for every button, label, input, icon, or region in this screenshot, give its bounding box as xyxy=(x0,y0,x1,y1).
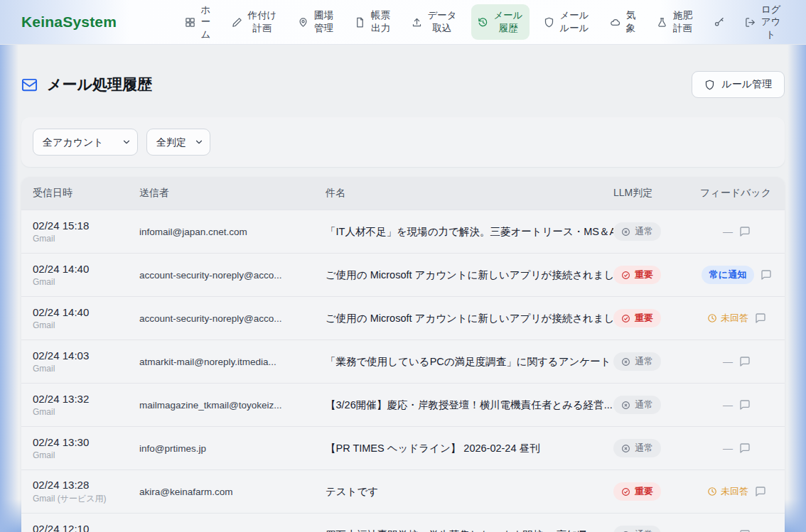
comment-button[interactable] xyxy=(761,269,772,281)
feedback-none: — xyxy=(723,226,733,237)
page-title-text: メール処理履歴 xyxy=(47,75,152,94)
feedback-none: — xyxy=(723,399,733,411)
feedback-none: — xyxy=(723,529,733,532)
comment-icon xyxy=(755,313,766,324)
comment-button[interactable] xyxy=(739,399,751,411)
check-circle-icon xyxy=(621,487,630,496)
llm-judgment-badge: 重要 xyxy=(613,266,661,284)
mail-subject: 四万十福祉専門学校、学生募集しないまま閉校へ 高知県... xyxy=(326,528,613,532)
nav-item-label: メールルール xyxy=(559,9,589,34)
nav-item-fertilizer-plan[interactable]: 施肥計画 xyxy=(650,4,699,39)
datetime-cell: 02/24 13:30 Gmail xyxy=(33,436,139,460)
sender-email: info@prtimes.jp xyxy=(139,443,326,454)
table-body: 02/24 15:18 Gmail infomail@japan.cnet.co… xyxy=(21,210,785,532)
comment-button[interactable] xyxy=(739,356,751,367)
pencil-icon xyxy=(232,17,242,28)
llm-judgment-badge: 通常 xyxy=(613,526,661,532)
table-row[interactable]: 02/24 13:28 Gmail (サービス用) akira@keinafar… xyxy=(21,469,785,513)
datetime-cell: 02/24 15:18 Gmail xyxy=(33,219,139,244)
table-row[interactable]: 02/24 13:30 Gmail info@prtimes.jp 【PR TI… xyxy=(21,426,785,469)
table-row[interactable]: 02/24 14:03 Gmail atmarkit-mail@noreply.… xyxy=(21,340,785,383)
nav-item-mail-rules[interactable]: メールルール xyxy=(537,4,596,39)
llm-judgment-cell: 通常 xyxy=(613,526,700,532)
table-row[interactable]: 02/24 15:18 Gmail infomail@japan.cnet.co… xyxy=(21,210,785,253)
sender-email: account-security-noreply@acco... xyxy=(139,313,326,324)
main-nav: ホーム作付け計画圃場管理帳票出力データ取込メール履歴メールルール気象施肥計画ログ… xyxy=(178,0,788,45)
history-icon xyxy=(478,17,488,28)
logout-icon xyxy=(745,17,756,28)
nav-item-label: 作付け計画 xyxy=(247,9,277,34)
file-icon xyxy=(355,17,365,28)
nav-item-logout[interactable]: ログアウト xyxy=(738,0,788,45)
rule-management-button[interactable]: ルール管理 xyxy=(692,71,785,98)
judgment-filter-select[interactable]: 全判定 xyxy=(146,129,210,156)
feedback-none: — xyxy=(723,356,733,367)
nav-item-home[interactable]: ホーム xyxy=(178,0,217,45)
header-feedback: フィードバック xyxy=(700,187,773,200)
comment-button[interactable] xyxy=(739,529,751,532)
llm-judgment-badge: 通常 xyxy=(613,222,661,241)
mail-history-table: 受信日時 送信者 件名 LLM判定 フィードバック 02/24 15:18 Gm… xyxy=(21,177,785,532)
feedback-none: — xyxy=(723,443,733,454)
account-label: Gmail (サービス用) xyxy=(33,493,139,505)
nav-item-mail-history[interactable]: メール履歴 xyxy=(471,4,530,39)
key-icon xyxy=(714,17,724,28)
received-datetime: 02/24 12:10 xyxy=(33,523,139,532)
llm-judgment-cell: 重要 xyxy=(613,482,700,501)
main-content: メール処理履歴 ルール管理 全アカウント 全判定 受信日時 送信者 件名 LLM… xyxy=(0,71,806,532)
x-circle-icon xyxy=(621,357,630,367)
llm-judgment-cell: 通常 xyxy=(613,439,700,457)
comment-icon xyxy=(755,486,766,497)
x-circle-icon xyxy=(621,227,630,237)
nav-item-weather[interactable]: 気象 xyxy=(603,4,643,39)
feedback-always-notify-badge: 常に通知 xyxy=(702,266,754,284)
header-llm-judgment: LLM判定 xyxy=(613,187,700,200)
comment-icon xyxy=(739,356,751,367)
mail-subject: 「業務で使用しているPCの満足度調査」に関するアンケート ≪... xyxy=(326,355,613,369)
grid-icon xyxy=(185,17,195,28)
comment-icon xyxy=(739,399,751,411)
llm-judgment-badge: 重要 xyxy=(613,482,661,501)
account-filter-select[interactable]: 全アカウント xyxy=(33,129,138,156)
llm-judgment-badge: 通常 xyxy=(613,352,661,371)
comment-button[interactable] xyxy=(755,313,766,324)
nav-item-label: 圃場管理 xyxy=(313,9,334,34)
received-datetime: 02/24 15:18 xyxy=(33,219,139,232)
feedback-cell: — xyxy=(700,356,773,367)
shield-icon xyxy=(544,17,554,28)
table-row[interactable]: 02/24 12:10 Gmail digital@kochinews.jp 四… xyxy=(21,513,785,532)
mail-subject: 【PR TIMES ヘッドライン】 2026-02-24 昼刊 xyxy=(326,442,613,455)
received-datetime: 02/24 13:30 xyxy=(33,436,139,448)
nav-item-report-output[interactable]: 帳票出力 xyxy=(348,4,397,39)
top-bar: KeinaSystem ホーム作付け計画圃場管理帳票出力データ取込メール履歴メー… xyxy=(0,0,806,45)
cloud-icon xyxy=(610,17,620,28)
feedback-cell: — xyxy=(700,443,773,454)
llm-judgment-cell: 重要 xyxy=(613,266,700,284)
comment-button[interactable] xyxy=(755,486,766,497)
nav-item-password[interactable] xyxy=(707,12,731,33)
llm-judgment-cell: 通常 xyxy=(613,352,700,371)
table-row[interactable]: 02/24 14:40 Gmail account-security-norep… xyxy=(21,253,785,296)
feedback-unanswered-badge: 未回答 xyxy=(707,312,748,325)
nav-item-field-management[interactable]: 圃場管理 xyxy=(291,4,340,39)
comment-button[interactable] xyxy=(739,226,751,237)
shield-icon xyxy=(704,80,715,90)
check-circle-icon xyxy=(621,271,630,280)
map-pin-icon xyxy=(298,17,308,28)
feedback-cell: 未回答 xyxy=(700,312,773,325)
datetime-cell: 02/24 13:32 Gmail xyxy=(33,393,139,417)
nav-item-data-import[interactable]: データ取込 xyxy=(405,4,463,39)
table-row[interactable]: 02/24 14:40 Gmail account-security-norep… xyxy=(21,296,785,340)
account-label: Gmail xyxy=(33,320,139,330)
comment-button[interactable] xyxy=(739,443,751,454)
sender-email: infomail@japan.cnet.com xyxy=(139,227,326,237)
header-subject: 件名 xyxy=(326,187,613,200)
mail-subject: ご使用の Microsoft アカウントに新しいアプリが接続されました xyxy=(326,312,613,325)
table-row[interactable]: 02/24 13:32 Gmail mailmagazine_tkmail@to… xyxy=(21,383,785,426)
nav-item-planting-plan[interactable]: 作付け計画 xyxy=(225,4,284,39)
llm-judgment-badge: 重要 xyxy=(613,309,661,327)
sender-email: account-security-noreply@acco... xyxy=(139,270,326,281)
sender-email: akira@keinafarm.com xyxy=(139,487,326,497)
llm-judgment-badge: 通常 xyxy=(613,439,661,457)
account-label: Gmail xyxy=(33,407,139,417)
